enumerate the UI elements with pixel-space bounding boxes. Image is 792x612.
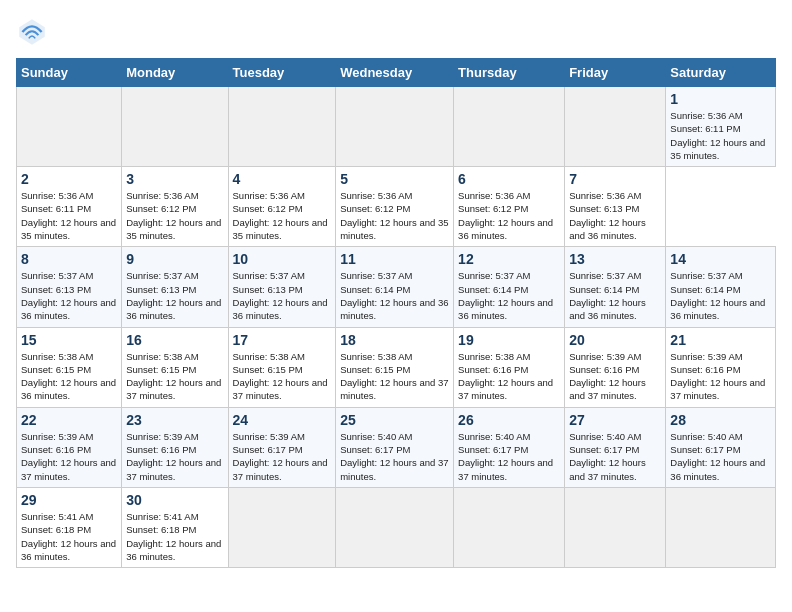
day-cell-2: 2Sunrise: 5:36 AMSunset: 6:11 PMDaylight… (17, 167, 122, 247)
empty-cell (336, 87, 454, 167)
day-cell-10: 10Sunrise: 5:37 AMSunset: 6:13 PMDayligh… (228, 247, 336, 327)
day-cell-1: 1Sunrise: 5:36 AMSunset: 6:11 PMDaylight… (666, 87, 776, 167)
day-cell-20: 20Sunrise: 5:39 AMSunset: 6:16 PMDayligh… (565, 327, 666, 407)
col-header-tuesday: Tuesday (228, 59, 336, 87)
empty-cell (17, 87, 122, 167)
day-cell-21: 21Sunrise: 5:39 AMSunset: 6:16 PMDayligh… (666, 327, 776, 407)
day-cell-5: 5Sunrise: 5:36 AMSunset: 6:12 PMDaylight… (336, 167, 454, 247)
col-header-friday: Friday (565, 59, 666, 87)
day-cell-24: 24Sunrise: 5:39 AMSunset: 6:17 PMDayligh… (228, 407, 336, 487)
col-header-sunday: Sunday (17, 59, 122, 87)
day-cell-18: 18Sunrise: 5:38 AMSunset: 6:15 PMDayligh… (336, 327, 454, 407)
col-header-saturday: Saturday (666, 59, 776, 87)
col-header-wednesday: Wednesday (336, 59, 454, 87)
day-cell-6: 6Sunrise: 5:36 AMSunset: 6:12 PMDaylight… (454, 167, 565, 247)
day-cell-29: 29Sunrise: 5:41 AMSunset: 6:18 PMDayligh… (17, 487, 122, 567)
day-cell-17: 17Sunrise: 5:38 AMSunset: 6:15 PMDayligh… (228, 327, 336, 407)
day-cell-16: 16Sunrise: 5:38 AMSunset: 6:15 PMDayligh… (122, 327, 228, 407)
empty-cell (565, 487, 666, 567)
empty-cell (666, 487, 776, 567)
week-row-2: 2Sunrise: 5:36 AMSunset: 6:11 PMDaylight… (17, 167, 776, 247)
day-cell-13: 13Sunrise: 5:37 AMSunset: 6:14 PMDayligh… (565, 247, 666, 327)
empty-cell (122, 87, 228, 167)
empty-cell (454, 87, 565, 167)
day-cell-19: 19Sunrise: 5:38 AMSunset: 6:16 PMDayligh… (454, 327, 565, 407)
day-cell-22: 22Sunrise: 5:39 AMSunset: 6:16 PMDayligh… (17, 407, 122, 487)
empty-cell (228, 487, 336, 567)
day-cell-23: 23Sunrise: 5:39 AMSunset: 6:16 PMDayligh… (122, 407, 228, 487)
week-row-1: 1Sunrise: 5:36 AMSunset: 6:11 PMDaylight… (17, 87, 776, 167)
day-cell-15: 15Sunrise: 5:38 AMSunset: 6:15 PMDayligh… (17, 327, 122, 407)
day-cell-8: 8Sunrise: 5:37 AMSunset: 6:13 PMDaylight… (17, 247, 122, 327)
day-cell-25: 25Sunrise: 5:40 AMSunset: 6:17 PMDayligh… (336, 407, 454, 487)
week-row-6: 29Sunrise: 5:41 AMSunset: 6:18 PMDayligh… (17, 487, 776, 567)
week-row-3: 8Sunrise: 5:37 AMSunset: 6:13 PMDaylight… (17, 247, 776, 327)
col-header-thursday: Thursday (454, 59, 565, 87)
logo-icon (16, 16, 48, 48)
day-cell-28: 28Sunrise: 5:40 AMSunset: 6:17 PMDayligh… (666, 407, 776, 487)
day-cell-12: 12Sunrise: 5:37 AMSunset: 6:14 PMDayligh… (454, 247, 565, 327)
empty-cell (228, 87, 336, 167)
day-cell-11: 11Sunrise: 5:37 AMSunset: 6:14 PMDayligh… (336, 247, 454, 327)
day-cell-7: 7Sunrise: 5:36 AMSunset: 6:13 PMDaylight… (565, 167, 666, 247)
header-row: SundayMondayTuesdayWednesdayThursdayFrid… (17, 59, 776, 87)
day-cell-9: 9Sunrise: 5:37 AMSunset: 6:13 PMDaylight… (122, 247, 228, 327)
logo (16, 16, 52, 48)
day-cell-30: 30Sunrise: 5:41 AMSunset: 6:18 PMDayligh… (122, 487, 228, 567)
calendar-table: SundayMondayTuesdayWednesdayThursdayFrid… (16, 58, 776, 568)
empty-cell (336, 487, 454, 567)
empty-cell (565, 87, 666, 167)
day-cell-3: 3Sunrise: 5:36 AMSunset: 6:12 PMDaylight… (122, 167, 228, 247)
day-cell-27: 27Sunrise: 5:40 AMSunset: 6:17 PMDayligh… (565, 407, 666, 487)
week-row-5: 22Sunrise: 5:39 AMSunset: 6:16 PMDayligh… (17, 407, 776, 487)
col-header-monday: Monday (122, 59, 228, 87)
day-cell-4: 4Sunrise: 5:36 AMSunset: 6:12 PMDaylight… (228, 167, 336, 247)
week-row-4: 15Sunrise: 5:38 AMSunset: 6:15 PMDayligh… (17, 327, 776, 407)
day-cell-14: 14Sunrise: 5:37 AMSunset: 6:14 PMDayligh… (666, 247, 776, 327)
day-cell-26: 26Sunrise: 5:40 AMSunset: 6:17 PMDayligh… (454, 407, 565, 487)
page-header (16, 16, 776, 48)
empty-cell (454, 487, 565, 567)
